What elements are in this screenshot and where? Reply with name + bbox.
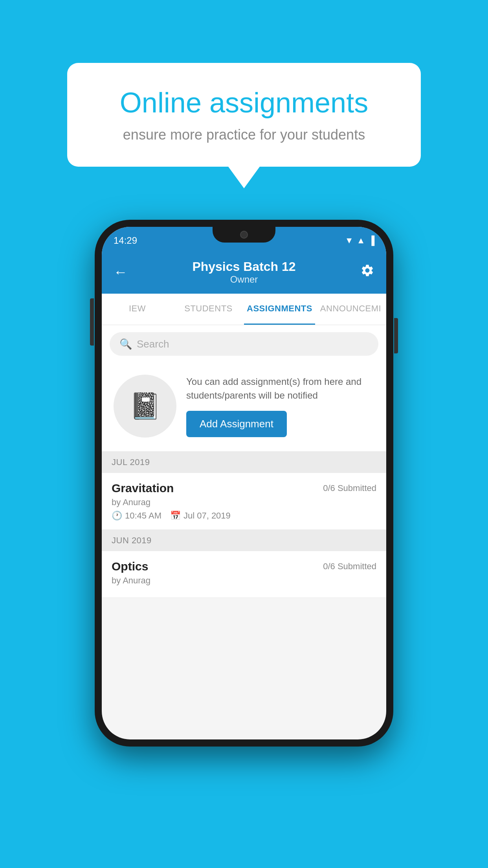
tab-announcements[interactable]: ANNOUNCEMI [315, 294, 386, 325]
assignment-item-header-optics: Optics 0/6 Submitted [112, 560, 376, 573]
search-placeholder: Search [137, 338, 169, 350]
phone-frame: 14:29 ▼ ▲ ▐ ← Physics Batch 12 Owner [95, 220, 393, 747]
app-bar-title: Physics Batch 12 [192, 259, 295, 274]
assignment-submitted-optics: 0/6 Submitted [323, 561, 376, 572]
assignment-item-optics[interactable]: Optics 0/6 Submitted by Anurag [102, 551, 386, 598]
phone-screen: 14:29 ▼ ▲ ▐ ← Physics Batch 12 Owner [102, 227, 386, 739]
search-icon: 🔍 [119, 338, 132, 350]
app-bar-subtitle: Owner [192, 274, 295, 285]
signal-icon: ▲ [357, 235, 365, 246]
notch-camera [240, 231, 248, 239]
wifi-icon: ▼ [345, 235, 354, 246]
calendar-icon: 📅 [170, 511, 181, 521]
app-bar-title-container: Physics Batch 12 Owner [192, 259, 295, 285]
back-button[interactable]: ← [114, 264, 128, 280]
phone-device: 14:29 ▼ ▲ ▐ ← Physics Batch 12 Owner [95, 220, 393, 747]
assignment-date: 📅 Jul 07, 2019 [170, 511, 231, 521]
speech-bubble-container: Online assignments ensure more practice … [67, 63, 421, 188]
tab-assignments[interactable]: ASSIGNMENTS [244, 294, 315, 325]
clock-icon: 🕐 [112, 511, 122, 521]
assignment-item-gravitation[interactable]: Gravitation 0/6 Submitted by Anurag 🕐 10… [102, 473, 386, 530]
tab-students[interactable]: STUDENTS [173, 294, 244, 325]
status-time: 14:29 [114, 235, 137, 246]
assignment-author: by Anurag [112, 497, 376, 508]
search-container: 🔍 Search [102, 325, 386, 363]
section-header-jun: JUN 2019 [102, 530, 386, 551]
add-assignment-content: You can add assignment(s) from here and … [186, 375, 374, 438]
settings-icon[interactable] [360, 263, 374, 281]
speech-bubble: Online assignments ensure more practice … [67, 63, 421, 167]
assignment-submitted: 0/6 Submitted [323, 483, 376, 493]
battery-icon: ▐ [368, 235, 374, 246]
phone-notch [213, 227, 275, 243]
assignment-time: 🕐 10:45 AM [112, 511, 161, 521]
app-bar: ← Physics Batch 12 Owner [102, 250, 386, 294]
tabs-bar: IEW STUDENTS ASSIGNMENTS ANNOUNCEMI [102, 294, 386, 325]
assignment-item-header: Gravitation 0/6 Submitted [112, 482, 376, 495]
speech-bubble-arrow [228, 167, 260, 188]
status-icons: ▼ ▲ ▐ [345, 235, 374, 246]
assignment-author-optics: by Anurag [112, 576, 376, 586]
notebook-icon: 📓 [129, 391, 161, 421]
content-area: 🔍 Search 📓 You can add assignment(s) fro… [102, 325, 386, 598]
add-assignment-card: 📓 You can add assignment(s) from here an… [102, 363, 386, 452]
assignment-name-optics: Optics [112, 560, 148, 573]
assignment-name: Gravitation [112, 482, 174, 495]
speech-bubble-title: Online assignments [95, 86, 393, 119]
tab-iew[interactable]: IEW [102, 294, 173, 325]
section-header-jul: JUL 2019 [102, 452, 386, 473]
assignment-icon-circle: 📓 [114, 375, 176, 438]
search-box[interactable]: 🔍 Search [110, 332, 378, 356]
add-assignment-description: You can add assignment(s) from here and … [186, 375, 374, 403]
add-assignment-button[interactable]: Add Assignment [186, 411, 287, 437]
speech-bubble-subtitle: ensure more practice for your students [95, 127, 393, 143]
assignment-meta: 🕐 10:45 AM 📅 Jul 07, 2019 [112, 511, 376, 521]
